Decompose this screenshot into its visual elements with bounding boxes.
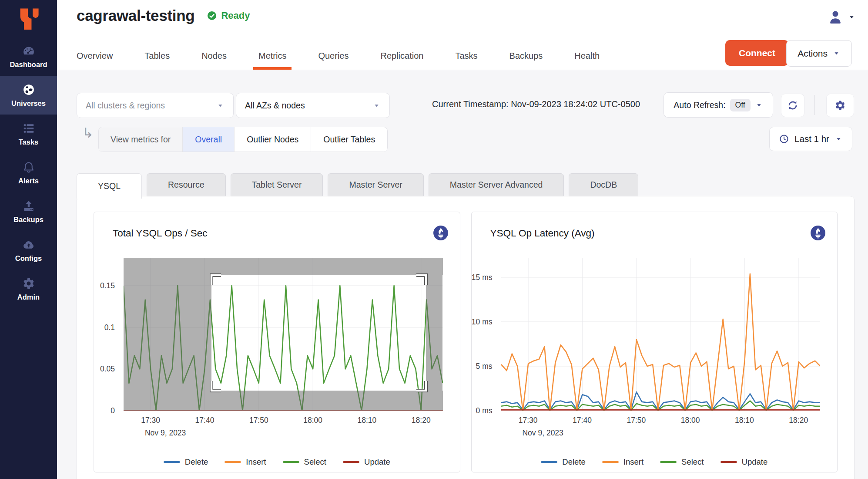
y-tick-label: 0.15	[100, 281, 115, 290]
time-range-dropdown[interactable]: Last 1 hr	[769, 127, 852, 151]
chart-plot-area[interactable]	[501, 258, 821, 411]
metric-tab-resource[interactable]: Resource	[147, 173, 225, 196]
connect-button[interactable]: Connect	[725, 40, 789, 66]
auto-refresh-dropdown[interactable]: Auto Refresh: Off	[664, 92, 773, 118]
settings-button[interactable]	[826, 94, 854, 117]
chart-legend: DeleteInsertSelectUpdate	[472, 457, 838, 467]
refresh-button[interactable]	[781, 94, 804, 117]
x-tick-label: 18:20	[789, 416, 808, 425]
x-axis-date: Nov 9, 2023	[522, 428, 563, 438]
tab-replication[interactable]: Replication	[380, 42, 423, 70]
check-circle-icon	[207, 10, 217, 21]
sidebar-item-label: Dashboard	[10, 61, 47, 69]
metrics-panel: Total YSQL Ops / Sec 00.050.10.15 17:301…	[77, 196, 855, 479]
chart-card-ysql-ops: Total YSQL Ops / Sec 00.050.10.15 17:301…	[94, 212, 460, 472]
backups-icon	[22, 199, 35, 213]
az-nodes-select[interactable]: All AZs & nodes	[236, 93, 390, 118]
yugabyte-logo-icon[interactable]	[15, 6, 42, 33]
metrics-content: All clusters & regions All AZs & nodes C…	[57, 70, 868, 479]
metric-tab-tablet-server[interactable]: Tablet Server	[231, 173, 323, 196]
sidebar-item-label: Configs	[15, 254, 42, 263]
tab-nodes[interactable]: Nodes	[201, 42, 227, 70]
chart-plot-area[interactable]	[124, 258, 443, 411]
legend-swatch	[660, 461, 677, 463]
legend-label: Update	[742, 457, 768, 467]
alerts-icon	[22, 161, 35, 174]
page-title: cagrawal-testing	[77, 7, 194, 24]
legend-label: Insert	[623, 457, 643, 467]
sidebar-item-admin[interactable]: Admin	[0, 270, 57, 308]
tab-health[interactable]: Health	[574, 42, 600, 70]
tab-tables[interactable]: Tables	[144, 42, 170, 70]
selection-handle[interactable]	[415, 273, 428, 286]
metric-tab-master-server-advanced[interactable]: Master Server Advanced	[429, 173, 564, 196]
legend-label: Insert	[246, 457, 266, 467]
chart-card-ysql-latency: YSQL Op Latency (Avg) 0 ms5 ms10 ms15 ms…	[471, 212, 838, 472]
legend-label: Delete	[185, 457, 208, 467]
prometheus-icon[interactable]	[810, 225, 826, 241]
metric-tab-docdb[interactable]: DocDB	[569, 173, 638, 196]
tasks-icon	[22, 122, 35, 135]
chart-title: YSQL Op Latency (Avg)	[490, 228, 595, 239]
sidebar-item-tasks[interactable]: Tasks	[0, 115, 57, 153]
toolbar-divider	[814, 95, 815, 115]
legend-swatch	[283, 461, 299, 463]
selection-handle[interactable]	[415, 380, 428, 393]
legend-item-insert: Insert	[602, 457, 643, 467]
admin-icon	[22, 277, 35, 290]
status-label: Ready	[221, 10, 250, 21]
x-tick-label: 18:00	[681, 416, 700, 425]
chevron-down-icon	[216, 101, 225, 110]
sidebar-item-universes[interactable]: Universes	[0, 76, 57, 115]
scope-option-overall[interactable]: Overall	[182, 127, 234, 152]
metric-tab-ysql[interactable]: YSQL	[77, 173, 142, 199]
legend-swatch	[225, 461, 241, 463]
scope-option-outlier-tables[interactable]: Outlier Tables	[311, 127, 387, 152]
selection-handle[interactable]	[209, 273, 222, 286]
legend-item-select: Select	[660, 457, 704, 467]
x-tick-label: 18:00	[303, 416, 322, 425]
user-menu[interactable]	[827, 9, 856, 25]
tab-backups[interactable]: Backups	[509, 42, 543, 70]
sidebar-item-label: Backups	[13, 216, 44, 224]
y-axis-labels: 0 ms5 ms10 ms15 ms	[472, 258, 497, 411]
clock-icon	[779, 134, 789, 144]
gear-icon	[834, 100, 846, 111]
scope-option-outlier-nodes[interactable]: Outlier Nodes	[234, 127, 311, 152]
top-bar: cagrawal-testing Ready	[57, 0, 868, 42]
universes-icon	[22, 83, 35, 96]
selection-handle[interactable]	[209, 380, 222, 393]
sidebar-item-backups[interactable]: Backups	[0, 192, 57, 231]
cluster-region-select[interactable]: All clusters & regions	[77, 93, 234, 118]
cluster-region-value: All clusters & regions	[86, 101, 165, 111]
tab-queries[interactable]: Queries	[318, 42, 349, 70]
x-tick-label: 18:10	[735, 416, 754, 425]
az-nodes-value: All AZs & nodes	[245, 101, 305, 111]
legend-swatch	[541, 461, 557, 463]
sidebar-item-label: Admin	[17, 293, 40, 301]
prometheus-icon[interactable]	[433, 225, 449, 241]
x-tick-label: 18:10	[358, 416, 377, 425]
chart-legend: DeleteInsertSelectUpdate	[94, 457, 460, 467]
sidebar-item-alerts[interactable]: Alerts	[0, 153, 57, 192]
legend-item-update: Update	[721, 457, 768, 467]
sidebar-item-configs[interactable]: Configs	[0, 231, 57, 270]
auto-refresh-label: Auto Refresh:	[674, 100, 725, 110]
nav-tabs: OverviewTablesNodesMetricsQueriesReplica…	[77, 42, 631, 70]
dashboard-icon	[22, 44, 35, 57]
legend-swatch	[602, 461, 619, 463]
y-tick-label: 0	[111, 406, 115, 415]
tab-tasks[interactable]: Tasks	[455, 42, 477, 70]
sidebar-item-dashboard[interactable]: Dashboard	[0, 37, 57, 76]
view-metrics-for-label: View metrics for	[99, 127, 182, 152]
sidebar-nav: DashboardUniversesTasksAlertsBackupsConf…	[0, 37, 57, 308]
tab-overview[interactable]: Overview	[77, 42, 113, 70]
metric-tab-master-server[interactable]: Master Server	[328, 173, 423, 196]
x-tick-label: 17:40	[573, 416, 592, 425]
chevron-down-icon	[834, 135, 843, 143]
x-tick-label: 17:50	[627, 416, 646, 425]
actions-button[interactable]: Actions	[786, 40, 852, 67]
legend-item-delete: Delete	[541, 457, 585, 467]
chart-title: Total YSQL Ops / Sec	[113, 228, 208, 239]
tab-metrics[interactable]: Metrics	[258, 42, 286, 70]
